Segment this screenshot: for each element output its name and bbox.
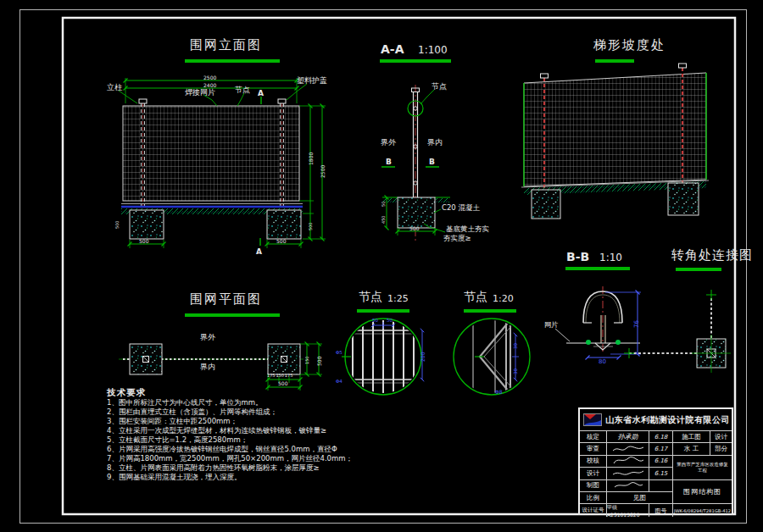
dim-plan-175-150-175: 175 150 175 (267, 374, 292, 378)
tb-label-reviewed: 审查 (580, 443, 607, 455)
tech-note-7: 7、片网高1800mm，宽2500mm，网孔50×200mm，网片丝径4.0mm… (107, 455, 353, 463)
dim-n25-top1: 50 (372, 319, 378, 324)
tb-sign-reviewed (607, 443, 649, 455)
node25-drawing (342, 319, 422, 395)
dim-aa-d2: 450 (382, 215, 386, 224)
tech-note-3: 3、围栏安装间距：立柱中距2500mm； (107, 418, 237, 425)
section-aa-scale: 1:100 (418, 45, 448, 55)
tech-note-5: 5、立柱截面尺寸比=1.2，高度2580mm； (107, 436, 248, 444)
dim-mesh-height: 1800 (309, 152, 314, 165)
tb-label-checked: 校核 (580, 456, 607, 468)
dim-175a: 175 (267, 373, 276, 378)
tb-stage-label: 施工图 (673, 431, 710, 443)
dim-n25-left2: Φ4 (336, 380, 343, 385)
dim-n20-bottom: Φ8 (495, 390, 503, 395)
tech-note-8: 8、立柱、片网表面采用高附着力热固性环氧树脂粉末，涂层厚度≥ (107, 464, 320, 472)
dim-175b: 175 (285, 373, 293, 378)
dim-500-right: 500 (276, 239, 286, 244)
trapezoid-title: 梯形坡度处 (593, 39, 666, 52)
label-inside-plan: 界内 (200, 363, 215, 371)
label-inside-aa: 界内 (427, 139, 443, 147)
tb-stage-value: 设计 (710, 431, 732, 443)
signature-scribble (610, 468, 647, 479)
tb-sign-designed (607, 468, 649, 479)
label-outside-aa: 界外 (381, 139, 396, 147)
tb-project-name: 莱西市产芝库区改造修复工程 (673, 456, 732, 480)
tech-note-4: 4、立柱采用一次成型无焊缝型材，材料为连续热镀锌钢板，镀锌量≥ (107, 427, 326, 435)
dim-500-aa: 500 (409, 226, 419, 231)
tech-note-1: 1、图中所标注尺寸为中心线尺寸，单位为mm。 (107, 399, 262, 407)
section-bb-title: B-B (566, 251, 589, 263)
node25-title: 节点 (359, 291, 382, 302)
signature-scribble (610, 456, 647, 466)
label-welded-mesh: 焊接网片 (185, 89, 215, 97)
section-aa-underline (380, 59, 451, 63)
tech-notes-heading: 技术要求 (107, 388, 146, 397)
label-concrete: C20 混凝土 (442, 204, 480, 212)
note-soil-2: 夯实度≥ (443, 235, 471, 242)
dim-n25-right: 200 (420, 352, 426, 362)
dim-bb-height: 76 (634, 320, 640, 328)
dim-150: 150 (276, 373, 284, 378)
dim-plan-side2: 500 (317, 357, 322, 366)
label-mesh-bb: 网片 (544, 322, 558, 329)
signature-scribble (610, 444, 647, 454)
corner-title-underline (676, 268, 721, 271)
tb-date-checked: 6.16 (649, 456, 673, 468)
plan-drawing (119, 344, 322, 391)
node25-underline (357, 309, 409, 313)
section-marker-b-left: B (386, 158, 392, 166)
elevation-title-underline (185, 59, 280, 63)
section-marker-b-right: B (429, 158, 435, 166)
tb-drawing-name: 围网结构图 (673, 480, 732, 505)
node20-title: 节点 (464, 291, 487, 302)
section-aa-drawing (382, 85, 450, 241)
tb-sign-checked (607, 456, 649, 468)
tb-date-reviewed: 6.17 (649, 443, 673, 455)
dim-n20-r1: 30 (514, 343, 519, 349)
corner-drawing (624, 290, 731, 373)
tb-date-designed: 6.15 (649, 468, 673, 479)
node25-scale: 1:25 (387, 294, 409, 303)
plan-title: 围网平面图 (190, 293, 262, 306)
tb-figno-value: JWK-6/08294/T281GB-412 (673, 504, 732, 517)
label-plastic-cap: 塑料护盖 (297, 77, 327, 85)
dim-2400: 2400 (203, 83, 216, 88)
tb-scale-value: 见图 (607, 492, 673, 504)
tech-note-2: 2、围栏由直埋式立柱（含顶盖）、片网等构件组成； (107, 408, 277, 416)
dim-500-left: 500 (139, 239, 148, 244)
elevation-title: 围网立面图 (190, 39, 262, 52)
tb-label-scale: 比例 (580, 492, 607, 504)
tb-label-approved: 核定 (580, 431, 607, 443)
tb-label-drawn: 制图 (580, 480, 607, 492)
dim-found-depth: 500 (309, 222, 313, 230)
note-soil-1: 基底黄土夯实 (446, 225, 489, 233)
dim-aa-d1: 50 (382, 202, 386, 207)
title-block: 山东省水利勘测设计院有限公司 核定 孙承勋 6.18 审查 6.17 校核 6.… (578, 407, 733, 515)
company-logo (583, 413, 602, 426)
trapezoid-drawing (521, 64, 709, 219)
tb-cert-label: 设计证号 (580, 504, 607, 517)
dim-found-depth-left: 500 (115, 220, 120, 229)
tb-sign-drawn (607, 480, 649, 492)
corner-title: 转角处连接图 (671, 249, 753, 262)
cad-sheet: 围网立面图 A-A 1:100 梯形坡度处 B-B 1:10 转角处连接图 围网… (0, 0, 763, 532)
dim-2500: 2500 (203, 75, 216, 80)
company-row: 山东省水利勘测设计院有限公司 (580, 409, 732, 431)
dim-n20-r2: 30 (514, 369, 519, 374)
label-post: 立柱 (107, 84, 122, 91)
signature-scribble (610, 480, 647, 490)
dim-n25-left1: Φ5 (336, 351, 343, 356)
tb-cert-value: 甲级A231015820 (607, 504, 649, 517)
tb-figno-label: 图号 (649, 504, 673, 517)
node20-drawing (454, 319, 530, 395)
tb-discipline-label: 水 工 (673, 443, 710, 455)
section-marker-a-bottom: A (256, 248, 262, 256)
dim-total-height: 2500 (320, 165, 326, 178)
label-node-elev: 节点 (235, 86, 250, 94)
tb-label-designed: 设计 (580, 468, 607, 479)
label-node-aa: 节点 (432, 83, 447, 91)
elevation-drawing (119, 78, 326, 248)
company-name: 山东省水利勘测设计院有限公司 (605, 414, 730, 426)
dim-plan-500: 500 (278, 381, 287, 386)
